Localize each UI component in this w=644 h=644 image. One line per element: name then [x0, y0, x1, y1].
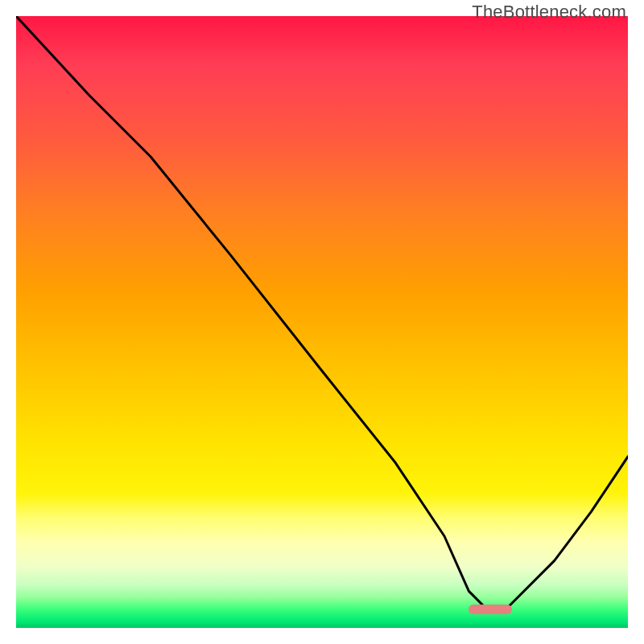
watermark-text: TheBottleneck.com	[472, 2, 626, 23]
chart-container: TheBottleneck.com	[0, 0, 644, 644]
optimal-range-marker	[469, 605, 511, 614]
gradient-background	[16, 16, 628, 628]
